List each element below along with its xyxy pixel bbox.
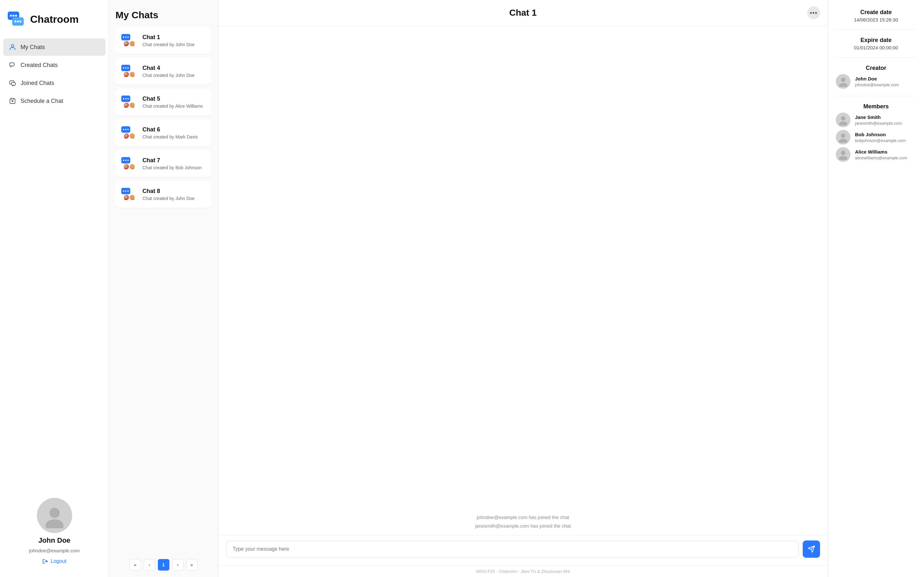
sidebar-item-my-chats[interactable]: My Chats xyxy=(3,39,105,56)
svg-point-62 xyxy=(125,190,126,192)
svg-rect-9 xyxy=(10,63,14,66)
joined-icon xyxy=(8,79,17,87)
svg-point-23 xyxy=(128,37,129,38)
pagination-page-1-button[interactable]: 1 xyxy=(158,559,170,571)
chat-item-subtitle: Chat created by John Doe xyxy=(142,73,195,78)
sidebar-item-joined-chats[interactable]: Joined Chats xyxy=(3,74,105,92)
list-item[interactable]: Chat 6 Chat created by Mark Davis xyxy=(115,119,212,146)
pagination-last-button[interactable]: » xyxy=(186,559,198,571)
member-info: Alice Williams alicewilliams@example.com xyxy=(855,149,907,160)
chat-title: Chat 1 xyxy=(509,8,537,18)
creator-avatar xyxy=(836,74,851,89)
expire-date-value: 01/01/2024 00:00:00 xyxy=(836,45,916,50)
chat-list-panel: My Chats xyxy=(109,0,218,577)
footer-text: SR03 P23 - Chatroom - Jieni YU & Zhuzexu… xyxy=(218,566,828,577)
svg-point-57 xyxy=(124,164,128,168)
logout-icon xyxy=(42,558,48,564)
svg-point-75 xyxy=(839,156,847,160)
svg-point-67 xyxy=(131,195,134,198)
member-row: Jane Smith janesmith@example.com xyxy=(836,113,916,127)
chat-item-name: Chat 7 xyxy=(142,157,202,164)
svg-point-2 xyxy=(13,15,15,17)
creator-email: johndoe@example.com xyxy=(855,82,899,87)
list-item[interactable]: Chat 4 Chat created by John Doe xyxy=(115,58,212,85)
system-message: johndoe@example.com has joined the chat xyxy=(228,514,818,520)
sidebar-item-created-chats[interactable]: Created Chats xyxy=(3,56,105,74)
send-button[interactable] xyxy=(803,540,820,558)
user-email: johndoe@example.com xyxy=(29,548,80,553)
sidebar-item-joined-chats-label: Joined Chats xyxy=(21,80,54,87)
chat-list-title: My Chats xyxy=(115,10,212,21)
svg-point-5 xyxy=(15,21,16,23)
member-email: alicewilliams@example.com xyxy=(855,155,907,160)
pagination-first-button[interactable]: « xyxy=(129,559,141,571)
svg-point-35 xyxy=(131,72,134,75)
chat-item-name: Chat 8 xyxy=(142,188,195,195)
svg-point-71 xyxy=(839,121,847,125)
creator-section: Creator John Doe johndoe@example.com xyxy=(836,65,916,89)
svg-point-29 xyxy=(123,67,124,69)
logout-label: Logout xyxy=(51,558,66,564)
svg-point-8 xyxy=(11,45,14,47)
pagination-prev-button[interactable]: ‹ xyxy=(144,559,155,571)
svg-point-49 xyxy=(124,134,128,137)
more-options-button[interactable]: ••• xyxy=(807,6,820,19)
app-title: Chatroom xyxy=(30,13,79,25)
create-date-label: Create date xyxy=(836,9,916,16)
sidebar-item-created-chats-label: Created Chats xyxy=(21,62,58,69)
svg-point-27 xyxy=(131,41,134,45)
pagination-next-button[interactable]: › xyxy=(172,559,184,571)
svg-point-59 xyxy=(131,164,134,168)
divider xyxy=(836,29,916,30)
sidebar-item-schedule-chat[interactable]: Schedule a Chat xyxy=(3,92,105,110)
svg-point-38 xyxy=(125,98,126,99)
send-icon xyxy=(808,545,815,553)
message-input-row xyxy=(218,535,828,566)
svg-point-22 xyxy=(125,37,126,38)
svg-point-72 xyxy=(841,133,845,138)
member-avatar xyxy=(836,113,851,127)
sidebar-item-my-chats-label: My Chats xyxy=(21,44,45,51)
svg-point-30 xyxy=(125,67,126,69)
creator-info: John Doe johndoe@example.com xyxy=(855,76,899,87)
list-item[interactable]: Chat 7 Chat created by Bob Johnson xyxy=(115,150,212,177)
chat-item-icon xyxy=(121,124,138,141)
creator-name: John Doe xyxy=(855,76,899,81)
chat-item-icon xyxy=(121,155,138,172)
chat-item-info: Chat 4 Chat created by John Doe xyxy=(142,65,195,78)
message-input[interactable] xyxy=(226,541,799,558)
logout-button[interactable]: Logout xyxy=(42,558,66,564)
chat-item-subtitle: Chat created by John Doe xyxy=(142,196,195,201)
svg-point-18 xyxy=(45,519,63,528)
member-row: Bob Johnson bobjohnson@example.com xyxy=(836,130,916,145)
expire-date-section: Expire date 01/01/2024 00:00:00 xyxy=(836,37,916,50)
svg-point-69 xyxy=(839,83,847,87)
avatar xyxy=(37,498,72,533)
svg-point-21 xyxy=(123,37,124,38)
user-icon xyxy=(8,43,17,51)
svg-point-1 xyxy=(10,15,12,17)
sidebar: Chatroom My Chats Created Chats xyxy=(0,0,109,577)
svg-point-63 xyxy=(128,190,129,192)
list-item[interactable]: Chat 1 Chat created by John Doe xyxy=(115,27,212,54)
svg-point-3 xyxy=(15,15,17,17)
create-date-value: 14/06/2023 15:26:30 xyxy=(836,17,916,23)
chat-item-name: Chat 5 xyxy=(142,95,203,102)
schedule-icon xyxy=(8,97,17,105)
sidebar-bottom: John Doe johndoe@example.com Logout xyxy=(0,492,109,571)
more-icon: ••• xyxy=(810,9,817,17)
chat-item-subtitle: Chat created by John Doe xyxy=(142,42,195,47)
svg-point-6 xyxy=(17,21,19,23)
svg-point-41 xyxy=(124,103,128,106)
member-name: Jane Smith xyxy=(855,114,902,120)
svg-point-31 xyxy=(128,67,129,69)
member-name: Bob Johnson xyxy=(855,132,906,137)
list-item[interactable]: Chat 5 Chat created by Alice Williams xyxy=(115,89,212,115)
svg-point-25 xyxy=(124,41,128,45)
svg-point-45 xyxy=(123,129,124,130)
main-chat-area: Chat 1 ••• johndoe@example.com has joine… xyxy=(218,0,828,577)
list-item[interactable]: Chat 8 Chat created by John Doe xyxy=(115,181,212,208)
svg-point-51 xyxy=(131,134,134,137)
divider xyxy=(836,96,916,96)
svg-point-39 xyxy=(128,98,129,99)
